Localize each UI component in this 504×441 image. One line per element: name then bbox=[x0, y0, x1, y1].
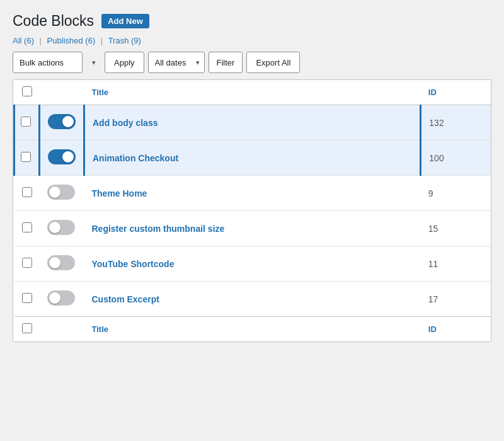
row-title-link[interactable]: Theme Home bbox=[92, 188, 147, 198]
header-toggle-cell bbox=[40, 80, 84, 105]
row-title-cell: Register custom thumbnail size bbox=[84, 211, 421, 246]
table-row: Custom Excerpt17 bbox=[14, 282, 491, 317]
row-toggle-cell bbox=[40, 211, 84, 246]
toggle-switch[interactable] bbox=[47, 255, 75, 270]
toggle-off-icon bbox=[47, 220, 75, 235]
row-title-cell: Custom Excerpt bbox=[84, 282, 421, 317]
table-container: Title ID Add body class132Animation Chec… bbox=[13, 79, 491, 342]
row-title-link[interactable]: Animation Checkout bbox=[93, 153, 178, 163]
toggle-on-icon bbox=[48, 149, 76, 164]
toggle-switch[interactable] bbox=[48, 114, 76, 129]
row-id-cell: 15 bbox=[421, 211, 491, 246]
toggle-off-icon bbox=[47, 185, 75, 200]
filter-links: All (6) | Published (6) | Trash (9) bbox=[13, 36, 491, 45]
footer-id-cell: ID bbox=[421, 317, 491, 342]
page-title: Code Blocks bbox=[13, 13, 94, 30]
header-id-cell: ID bbox=[421, 80, 491, 105]
row-toggle-cell bbox=[40, 140, 84, 176]
row-checkbox[interactable] bbox=[22, 187, 32, 197]
toggle-switch[interactable] bbox=[47, 290, 75, 306]
row-checkbox[interactable] bbox=[22, 222, 32, 232]
row-id-cell: 11 bbox=[421, 246, 491, 282]
toolbar: Bulk actions ▾ Apply All dates ▾ Filter … bbox=[13, 52, 491, 73]
header-title-cell: Title bbox=[84, 80, 421, 105]
toggle-knob bbox=[49, 186, 60, 198]
header-checkbox-cell bbox=[14, 80, 40, 105]
row-title-link[interactable]: Register custom thumbnail size bbox=[92, 224, 225, 234]
row-id-cell: 9 bbox=[421, 176, 491, 211]
table-header-row: Title ID bbox=[14, 80, 491, 105]
toggle-off-icon bbox=[47, 290, 75, 306]
table-row: Register custom thumbnail size15 bbox=[14, 211, 491, 246]
bulk-actions-select[interactable]: Bulk actions bbox=[13, 52, 83, 73]
dates-select[interactable]: All dates bbox=[148, 52, 205, 73]
row-toggle-cell bbox=[40, 105, 84, 140]
table-footer-row: Title ID bbox=[14, 317, 491, 342]
row-checkbox-cell bbox=[14, 105, 40, 140]
row-id-cell: 132 bbox=[421, 105, 491, 140]
footer-toggle-cell bbox=[40, 317, 84, 342]
toggle-knob bbox=[62, 116, 74, 127]
filter-trash-link[interactable]: Trash (9) bbox=[108, 36, 141, 45]
row-checkbox[interactable] bbox=[21, 117, 31, 127]
page-wrap: Code Blocks Add New All (6) | Published … bbox=[0, 0, 504, 441]
toggle-switch[interactable] bbox=[48, 149, 76, 164]
row-id-cell: 100 bbox=[421, 140, 491, 176]
row-toggle-cell bbox=[40, 176, 84, 211]
row-id-cell: 17 bbox=[421, 282, 491, 317]
filter-published-link[interactable]: Published (6) bbox=[47, 36, 98, 45]
table-row: Theme Home9 bbox=[14, 176, 491, 211]
footer-title-cell: Title bbox=[84, 317, 421, 342]
toggle-knob bbox=[49, 292, 60, 304]
toggle-knob bbox=[49, 222, 60, 233]
row-toggle-cell bbox=[40, 282, 84, 317]
table-body: Add body class132Animation Checkout100Th… bbox=[14, 105, 491, 317]
select-all-checkbox[interactable] bbox=[22, 86, 32, 96]
row-title-cell: Theme Home bbox=[84, 176, 421, 211]
apply-button[interactable]: Apply bbox=[105, 52, 144, 73]
row-checkbox[interactable] bbox=[21, 152, 31, 162]
row-checkbox-cell bbox=[14, 176, 40, 211]
row-title-cell: Add body class bbox=[84, 105, 421, 140]
row-title-cell: Animation Checkout bbox=[84, 140, 421, 176]
filter-button[interactable]: Filter bbox=[209, 52, 243, 73]
row-title-cell: YouTube Shortcode bbox=[84, 246, 421, 282]
row-checkbox-cell bbox=[14, 246, 40, 282]
toggle-off-icon bbox=[47, 255, 75, 270]
dates-wrap: All dates ▾ bbox=[148, 52, 205, 73]
toggle-on-icon bbox=[48, 114, 76, 129]
toggle-knob bbox=[49, 257, 60, 268]
table-row: YouTube Shortcode11 bbox=[14, 246, 491, 282]
row-title-link[interactable]: Custom Excerpt bbox=[92, 294, 159, 304]
separator-1: | bbox=[40, 36, 42, 45]
page-title-row: Code Blocks Add New bbox=[13, 13, 491, 30]
bulk-actions-chevron-icon: ▾ bbox=[92, 59, 96, 67]
toggle-switch[interactable] bbox=[47, 185, 75, 200]
table-row: Animation Checkout100 bbox=[14, 140, 491, 176]
row-checkbox-cell bbox=[14, 282, 40, 317]
row-checkbox[interactable] bbox=[22, 258, 32, 268]
code-blocks-table: Title ID Add body class132Animation Chec… bbox=[13, 80, 491, 341]
row-title-link[interactable]: Add body class bbox=[93, 118, 158, 128]
row-checkbox[interactable] bbox=[22, 293, 32, 303]
export-all-button[interactable]: Export All bbox=[246, 52, 300, 73]
footer-select-all-checkbox[interactable] bbox=[22, 323, 32, 333]
table-row: Add body class132 bbox=[14, 105, 491, 140]
toggle-knob bbox=[62, 151, 74, 163]
bulk-actions-wrap: Bulk actions ▾ bbox=[13, 52, 101, 73]
toggle-switch[interactable] bbox=[47, 220, 75, 235]
row-checkbox-cell bbox=[14, 211, 40, 246]
row-checkbox-cell bbox=[14, 140, 40, 176]
row-toggle-cell bbox=[40, 246, 84, 282]
filter-all-link[interactable]: All (6) bbox=[13, 36, 37, 45]
separator-2: | bbox=[101, 36, 103, 45]
add-new-button[interactable]: Add New bbox=[101, 14, 149, 28]
footer-checkbox-cell bbox=[14, 317, 40, 342]
row-title-link[interactable]: YouTube Shortcode bbox=[92, 259, 175, 269]
